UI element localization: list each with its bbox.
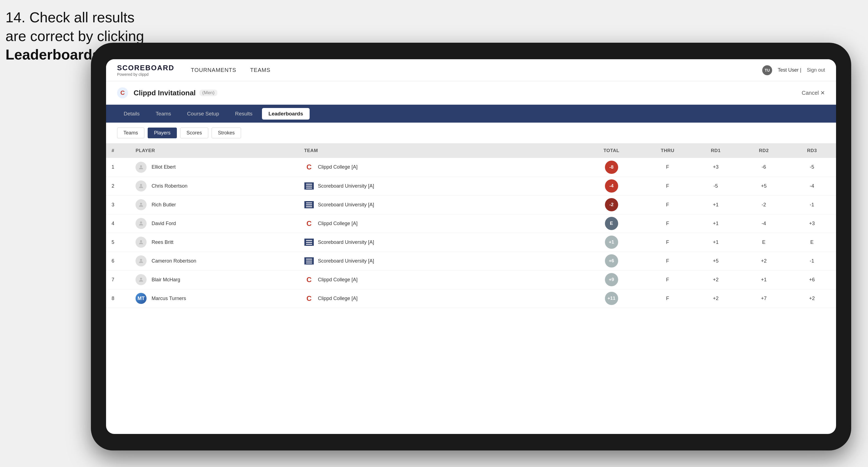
cell-team: CClippd College [A] [299, 214, 579, 233]
svg-point-5 [140, 240, 142, 242]
cell-rd1: +2 [692, 270, 740, 289]
cell-player: Rich Butler [130, 195, 299, 214]
tournament-logo: C [117, 87, 128, 98]
filter-strokes[interactable]: Strokes [212, 128, 241, 138]
cell-player: Elliot Ebert [130, 158, 299, 177]
cell-rd3: E [788, 233, 836, 252]
player-avatar [135, 218, 147, 229]
cell-rd3: +2 [788, 289, 836, 308]
cell-thru: F [644, 252, 692, 270]
score-badge: +1 [605, 236, 618, 249]
cell-team: CClippd College [A] [299, 270, 579, 289]
player-avatar [135, 162, 147, 173]
cell-rank: 2 [106, 177, 130, 195]
nav-tournaments[interactable]: TOURNAMENTS [191, 67, 236, 73]
player-name: Blair McHarg [152, 277, 180, 283]
filter-scores[interactable]: Scores [180, 128, 208, 138]
player-avatar: MT [135, 293, 147, 304]
cancel-button[interactable]: Cancel ✕ [802, 90, 825, 96]
cell-rank: 7 [106, 270, 130, 289]
signout-link[interactable]: Sign out [807, 67, 825, 73]
nav-right: TU Test User | Sign out [762, 65, 825, 75]
filter-bar: Teams Players Scores Strokes [106, 123, 836, 144]
cell-team: Scoreboard University [A] [299, 195, 579, 214]
player-name: Cameron Robertson [152, 258, 196, 264]
cell-team: Scoreboard University [A] [299, 177, 579, 195]
table-row: 6Cameron RobertsonScoreboard University … [106, 252, 836, 270]
svg-point-3 [140, 203, 142, 205]
table-row: 3Rich ButlerScoreboard University [A]-2F… [106, 195, 836, 214]
team-logo: C [304, 293, 314, 303]
table-row: 1Elliot EbertCClippd College [A]-8F+3-6-… [106, 158, 836, 177]
cell-thru: F [644, 195, 692, 214]
col-rd2: RD2 [740, 144, 788, 158]
player-name: David Ford [152, 221, 176, 226]
cell-player: MTMarcus Turners [130, 289, 299, 308]
cell-rd3: -1 [788, 195, 836, 214]
player-avatar [135, 274, 147, 285]
score-badge: E [605, 217, 618, 230]
team-name: Scoreboard University [A] [318, 258, 374, 264]
score-badge: -8 [605, 161, 618, 174]
team-logo: C [304, 162, 314, 172]
cell-thru: F [644, 289, 692, 308]
cell-team: CClippd College [A] [299, 289, 579, 308]
tab-leaderboards[interactable]: Leaderboards [262, 108, 310, 120]
cell-rd1: +5 [692, 252, 740, 270]
user-label: Test User | [778, 67, 801, 73]
cell-thru: F [644, 233, 692, 252]
team-name: Scoreboard University [A] [318, 202, 374, 208]
logo-sub: Powered by clippd [117, 72, 174, 76]
cell-rd2: -6 [740, 158, 788, 177]
player-name: Rich Butler [152, 202, 176, 208]
logo-text: SCOREBOARD [117, 64, 174, 72]
filter-players[interactable]: Players [148, 128, 177, 138]
cell-total: +6 [579, 252, 644, 270]
cell-rank: 1 [106, 158, 130, 177]
cell-rd1: -5 [692, 177, 740, 195]
cell-rd1: +2 [692, 289, 740, 308]
nav-teams[interactable]: TEAMS [250, 67, 271, 73]
col-team: TEAM [299, 144, 579, 158]
tab-results[interactable]: Results [228, 108, 259, 120]
tab-course-setup[interactable]: Course Setup [180, 108, 226, 120]
nav-links: TOURNAMENTS TEAMS [191, 67, 762, 73]
tab-teams[interactable]: Teams [149, 108, 178, 120]
cell-rd2: +1 [740, 270, 788, 289]
svg-point-7 [140, 278, 142, 280]
cell-rank: 3 [106, 195, 130, 214]
team-name: Clippd College [A] [318, 295, 358, 302]
score-badge: +9 [605, 273, 618, 286]
player-avatar [135, 255, 147, 267]
cell-rd3: -5 [788, 158, 836, 177]
cell-player: Rees Britt [130, 233, 299, 252]
cell-rd3: +3 [788, 214, 836, 233]
team-name: Clippd College [A] [318, 221, 358, 226]
filter-teams[interactable]: Teams [117, 128, 144, 138]
cell-total: +11 [579, 289, 644, 308]
player-name: Marcus Turners [152, 295, 186, 302]
score-badge: +11 [605, 292, 618, 305]
cell-player: Blair McHarg [130, 270, 299, 289]
col-player: PLAYER [130, 144, 299, 158]
score-badge: +6 [605, 254, 618, 268]
cell-rd2: -2 [740, 195, 788, 214]
tab-nav: Details Teams Course Setup Results Leade… [106, 105, 836, 123]
cell-rank: 6 [106, 252, 130, 270]
cell-rd2: +2 [740, 252, 788, 270]
cell-rd3: +6 [788, 270, 836, 289]
tournament-header: C Clippd Invitational (Men) Cancel ✕ [106, 81, 836, 105]
tablet-screen: SCOREBOARD Powered by clippd TOURNAMENTS… [106, 59, 836, 434]
top-nav: SCOREBOARD Powered by clippd TOURNAMENTS… [106, 59, 836, 81]
cell-rd2: +5 [740, 177, 788, 195]
cell-thru: F [644, 214, 692, 233]
cell-total: +1 [579, 233, 644, 252]
cell-rd1: +1 [692, 233, 740, 252]
cell-rd1: +1 [692, 195, 740, 214]
tab-details[interactable]: Details [117, 108, 146, 120]
player-avatar [135, 237, 147, 248]
cell-total: E [579, 214, 644, 233]
svg-point-4 [140, 221, 142, 223]
cell-rd2: -4 [740, 214, 788, 233]
table-row: 8MTMarcus TurnersCClippd College [A]+11F… [106, 289, 836, 308]
